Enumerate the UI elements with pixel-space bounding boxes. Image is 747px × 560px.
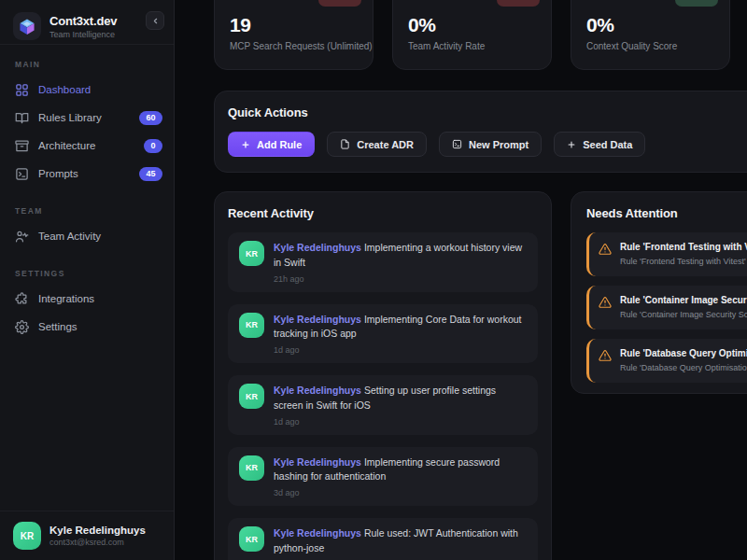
activity-item: KR Kyle Redelinghuys Implementing Core D… (228, 304, 538, 364)
warning-icon (599, 296, 612, 319)
stat-value: 19 (230, 14, 358, 36)
nav-section-team: TEAM (15, 206, 174, 216)
activity-body: Kyle Redelinghuys Implementing Core Data… (274, 313, 527, 356)
user-info: Kyle Redelinghuys cont3xt@ksred.com (49, 525, 146, 547)
seed-data-button[interactable]: Seed Data (554, 132, 645, 157)
activity-user-link[interactable]: Kyle Redelinghuys (274, 385, 361, 396)
sidebar-item-prompts[interactable]: Prompts 45 (0, 160, 174, 188)
trend-badge (497, 0, 540, 7)
main-content: 19 MCP Search Requests (Unlimited) 0% Te… (175, 0, 747, 560)
stat-card-mcp-requests: 19 MCP Search Requests (Unlimited) (214, 0, 374, 70)
warning-icon (599, 243, 612, 266)
activity-user-link[interactable]: Kyle Redelinghuys (274, 527, 361, 539)
attention-list: Rule 'Frontend Testing with Vitest' has … (586, 232, 747, 383)
brand-tagline: Team Intelligence (49, 30, 117, 39)
needs-attention-panel: Needs Attention Rule 'Frontend Testing w… (571, 191, 747, 394)
user-profile[interactable]: KR Kyle Redelinghuys cont3xt@ksred.com (0, 511, 174, 560)
gear-icon (15, 320, 29, 334)
activity-avatar: KR (239, 455, 264, 481)
recent-activity-panel: Recent Activity KR Kyle Redelinghuys Imp… (214, 191, 552, 560)
brand-name: Cont3xt.dev (49, 14, 117, 28)
sidebar-header: Cont3xt.dev Team Intelligence (0, 0, 174, 45)
attention-description: Rule 'Frontend Testing with Vitest' has … (620, 257, 747, 266)
user-name: Kyle Redelinghuys (49, 525, 146, 536)
activity-timestamp: 1d ago (274, 345, 527, 355)
dashboard-icon (15, 83, 29, 97)
sidebar-item-settings[interactable]: Settings (0, 313, 174, 341)
attention-description: Rule 'Database Query Optimisation' has l… (620, 363, 747, 372)
attention-body: Rule 'Database Query Optimisation' has l… (620, 348, 747, 372)
sidebar-item-dashboard[interactable]: Dashboard (0, 76, 174, 104)
sidebar-item-label: Dashboard (38, 84, 91, 95)
new-prompt-button[interactable]: New Prompt (439, 132, 542, 157)
stat-label: Context Quality Score (586, 41, 714, 51)
sidebar-item-label: Rules Library (38, 112, 102, 123)
sidebar: Cont3xt.dev Team Intelligence MAIN Dashb… (0, 0, 175, 560)
activity-body: Kyle Redelinghuys Implementing secure pa… (274, 455, 527, 498)
plus-icon (241, 140, 250, 149)
sidebar-collapse-button[interactable] (146, 11, 164, 30)
activity-user-link[interactable]: Kyle Redelinghuys (274, 242, 361, 253)
content-columns: Recent Activity KR Kyle Redelinghuys Imp… (214, 191, 747, 560)
app-window: Cont3xt.dev Team Intelligence MAIN Dashb… (0, 0, 747, 560)
trend-badge (675, 0, 718, 7)
attention-body: Rule 'Container Image Security Scanning'… (620, 295, 747, 319)
create-adr-button[interactable]: Create ADR (327, 132, 427, 157)
add-rule-button[interactable]: Add Rule (228, 132, 315, 157)
activity-body: Kyle Redelinghuys Setting up user profil… (274, 384, 527, 427)
recent-activity-title: Recent Activity (228, 206, 538, 220)
attention-description: Rule 'Container Image Security Scanning'… (620, 310, 747, 319)
terminal-icon (15, 167, 29, 181)
needs-attention-title: Needs Attention (586, 206, 747, 220)
activity-user-link[interactable]: Kyle Redelinghuys (274, 314, 361, 325)
document-icon (340, 139, 350, 149)
cube-logo-icon (17, 16, 37, 36)
brand-logo (13, 12, 41, 40)
activity-item: KR Kyle Redelinghuys Rule used: JWT Auth… (228, 518, 538, 560)
activity-avatar: KR (239, 241, 264, 266)
prompts-count-badge: 45 (139, 167, 162, 181)
attention-card-container-scanning[interactable]: Rule 'Container Image Security Scanning'… (586, 286, 747, 329)
stat-card-context-quality: 0% Context Quality Score (571, 0, 730, 70)
user-email: cont3xt@ksred.com (49, 538, 146, 547)
stat-label: Team Activity Rate (408, 41, 536, 51)
stat-label: MCP Search Requests (Unlimited) (230, 41, 358, 51)
puzzle-icon (15, 292, 29, 306)
sidebar-item-integrations[interactable]: Integrations (0, 285, 174, 313)
activity-body: Kyle Redelinghuys Implementing a workout… (274, 241, 527, 284)
attention-title-text: Rule 'Frontend Testing with Vitest' has … (620, 242, 747, 252)
rules-count-badge: 60 (139, 111, 162, 125)
activity-timestamp: 3d ago (274, 488, 527, 497)
sidebar-item-label: Team Activity (38, 231, 101, 242)
activity-avatar: KR (239, 313, 264, 338)
attention-title-text: Rule 'Container Image Security Scanning'… (620, 295, 747, 305)
activity-user-link[interactable]: Kyle Redelinghuys (274, 456, 361, 468)
activity-timestamp: 21h ago (274, 274, 527, 284)
chevron-left-icon (151, 17, 160, 25)
attention-card-frontend-testing[interactable]: Rule 'Frontend Testing with Vitest' has … (586, 232, 747, 276)
quick-actions-title: Quick Actions (228, 105, 747, 119)
nav-section-settings: SETTINGS (15, 269, 174, 278)
book-icon (15, 111, 29, 125)
sidebar-item-label: Architecture (38, 140, 95, 151)
nav-section-main: MAIN (15, 60, 174, 69)
team-activity-icon (15, 230, 29, 244)
sidebar-item-team-activity[interactable]: Team Activity (0, 222, 174, 250)
prompt-icon (452, 139, 462, 149)
sidebar-item-rules-library[interactable]: Rules Library 60 (0, 104, 174, 132)
warning-icon (599, 349, 612, 372)
quick-actions-panel: Quick Actions Add Rule Create ADR New Pr… (214, 91, 747, 173)
brand-text: Cont3xt.dev Team Intelligence (49, 14, 117, 39)
stat-card-team-activity-rate: 0% Team Activity Rate (392, 0, 552, 70)
activity-list: KR Kyle Redelinghuys Implementing a work… (228, 232, 538, 560)
activity-item: KR Kyle Redelinghuys Setting up user pro… (228, 375, 538, 435)
attention-card-db-optimisation[interactable]: Rule 'Database Query Optimisation' has l… (586, 339, 747, 383)
attention-body: Rule 'Frontend Testing with Vitest' has … (620, 242, 747, 266)
stat-value: 0% (408, 14, 536, 36)
activity-body: Kyle Redelinghuys Rule used: JWT Authent… (274, 526, 527, 560)
attention-title-text: Rule 'Database Query Optimisation' has l… (620, 348, 747, 358)
sidebar-item-architecture[interactable]: Architecture 0 (0, 132, 174, 160)
stat-value: 0% (586, 14, 714, 36)
activity-item: KR Kyle Redelinghuys Implementing secure… (228, 447, 538, 507)
quick-actions-buttons: Add Rule Create ADR New Prompt Seed Data (228, 132, 747, 157)
